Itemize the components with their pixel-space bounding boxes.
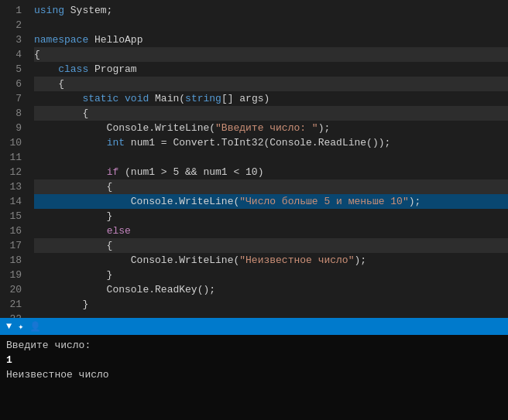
code-line: } (34, 312, 508, 315)
code-token (34, 63, 58, 75)
status-user-icon: 👤 (29, 321, 41, 333)
code-token: "Число больше 5 и меньше 10" (239, 196, 408, 207)
line-number: 11 (0, 150, 22, 165)
code-token: { (34, 78, 64, 90)
code-token: using (34, 5, 64, 16)
code-token: (num1 > 5 && num1 < 10) (118, 166, 263, 178)
code-line: if (num1 > 5 && num1 < 10) (34, 165, 508, 179)
code-token: void (125, 93, 149, 104)
line-number: 9 (0, 121, 22, 135)
code-line: { (34, 238, 508, 253)
line-number: 6 (0, 77, 22, 91)
code-line: } (34, 268, 508, 282)
code-token: HelloApp (88, 34, 142, 46)
line-number: 1 (0, 3, 22, 18)
line-number: 15 (0, 209, 22, 224)
line-number: 2 (0, 18, 22, 32)
code-token: Console.ReadKey(); (34, 284, 215, 295)
code-token: Console.WriteLine( (34, 122, 215, 134)
line-number: 22 (0, 312, 22, 318)
code-token: } (34, 299, 88, 310)
code-token: ); (318, 122, 331, 134)
line-number: 4 (0, 47, 22, 62)
code-line: } (34, 297, 508, 312)
code-token: ); (409, 196, 421, 207)
code-token: { (34, 49, 40, 60)
code-area: 1234567891011121314151617181920212223 us… (0, 0, 508, 318)
status-bar: ▼ ✦ 👤 (0, 318, 508, 335)
code-token: namespace (34, 34, 88, 46)
code-line: { (34, 179, 508, 194)
code-line: int num1 = Convert.ToInt32(Console.ReadL… (34, 135, 508, 150)
code-line: Console.ReadKey(); (34, 282, 508, 297)
line-number: 19 (0, 268, 22, 282)
terminal-line: Введите число: (6, 338, 502, 353)
code-content[interactable]: using System; namespace HelloApp{ class … (28, 3, 508, 315)
code-line (34, 18, 508, 32)
code-line (34, 150, 508, 165)
code-token: "Введите число: " (215, 122, 318, 134)
code-token: string (185, 93, 221, 104)
terminal-line: Неизвестное число (6, 367, 502, 382)
code-line: Console.WriteLine("Введите число: "); (34, 121, 508, 135)
code-token: } (34, 210, 112, 222)
code-editor: 1234567891011121314151617181920212223 us… (0, 0, 508, 318)
line-numbers: 1234567891011121314151617181920212223 (0, 3, 28, 315)
line-number: 14 (0, 194, 22, 209)
code-token (34, 137, 107, 149)
line-number: 16 (0, 224, 22, 238)
code-line: { (34, 106, 508, 121)
code-token: { (34, 181, 112, 193)
terminal[interactable]: Введите число:1Неизвестное число (0, 335, 508, 420)
line-number: 17 (0, 238, 22, 253)
line-number: 3 (0, 32, 22, 47)
code-line: namespace HelloApp (34, 32, 508, 47)
status-branch-icon: ✦ (18, 321, 23, 333)
code-token: else (107, 225, 131, 237)
line-number: 12 (0, 165, 22, 179)
line-number: 10 (0, 135, 22, 150)
status-left: ▼ ✦ 👤 (6, 321, 41, 333)
line-number: 18 (0, 253, 22, 268)
line-number: 13 (0, 179, 22, 194)
code-token (118, 93, 125, 104)
code-line: { (34, 77, 508, 91)
code-line: static void Main(string[] args) (34, 91, 508, 106)
line-number: 21 (0, 297, 22, 312)
code-line: Console.WriteLine("Неизвестное число"); (34, 253, 508, 268)
code-line: else (34, 224, 508, 238)
code-token: Console.WriteLine( (34, 196, 239, 207)
code-line: Console.WriteLine("Число больше 5 и мень… (34, 194, 508, 209)
code-token: "Неизвестное число" (239, 254, 354, 266)
code-line: { (34, 47, 508, 62)
code-token: } (34, 269, 112, 281)
code-token (34, 166, 107, 178)
code-token: num1 = Convert.ToInt32(Console.ReadLine(… (125, 137, 390, 149)
line-number: 20 (0, 282, 22, 297)
code-token: { (34, 108, 88, 119)
code-line: class Program (34, 62, 508, 77)
code-token: System; (64, 5, 112, 16)
terminal-line: 1 (6, 353, 502, 367)
code-token: Main( (149, 93, 185, 104)
code-token: { (34, 240, 112, 251)
status-arrow-icon[interactable]: ▼ (6, 321, 12, 332)
code-token: int (107, 137, 125, 149)
code-token: if (107, 166, 119, 178)
line-number: 5 (0, 62, 22, 77)
code-token (34, 225, 107, 237)
code-line: using System; (34, 3, 508, 18)
line-number: 7 (0, 91, 22, 106)
code-token (34, 93, 82, 104)
code-token: Program (88, 63, 136, 75)
code-token: ); (354, 254, 366, 266)
code-line: } (34, 209, 508, 224)
code-token: class (58, 63, 88, 75)
code-token: static (82, 93, 118, 104)
code-token: [] args) (221, 93, 269, 104)
code-token: Console.WriteLine( (34, 254, 239, 266)
code-token: } (34, 313, 64, 315)
line-number: 8 (0, 106, 22, 121)
